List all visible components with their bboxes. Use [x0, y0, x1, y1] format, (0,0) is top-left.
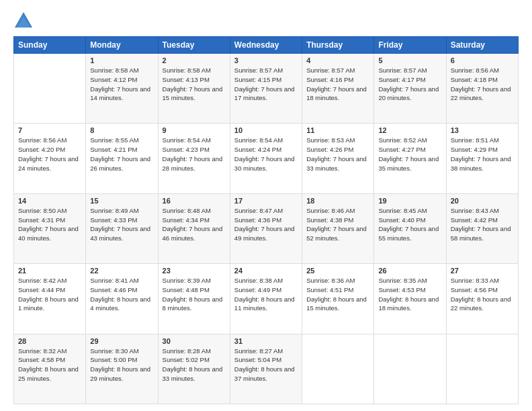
day-number: 28: [18, 337, 81, 345]
sunset: Sunset: 4:16 PM: [306, 76, 353, 83]
cell-info: Sunrise: 8:42 AM Sunset: 4:44 PM Dayligh…: [18, 276, 81, 313]
calendar-cell: 6 Sunrise: 8:56 AM Sunset: 4:18 PM Dayli…: [446, 54, 518, 124]
sunset: Sunset: 4:24 PM: [234, 146, 281, 153]
header-day-thursday: Thursday: [302, 37, 374, 54]
page: SundayMondayTuesdayWednesdayThursdayFrid…: [0, 0, 532, 411]
calendar-cell: 26 Sunrise: 8:35 AM Sunset: 4:53 PM Dayl…: [374, 264, 446, 334]
daylight: Daylight: 7 hours and 18 minutes.: [306, 85, 367, 102]
sunset: Sunset: 4:12 PM: [90, 76, 137, 83]
sunrise: Sunrise: 8:48 AM: [163, 207, 211, 214]
cell-info: Sunrise: 8:56 AM Sunset: 4:18 PM Dayligh…: [451, 66, 514, 103]
sunrise: Sunrise: 8:27 AM: [234, 347, 283, 355]
sunrise: Sunrise: 8:42 AM: [18, 277, 66, 284]
daylight: Daylight: 8 hours and 1 minute.: [18, 295, 79, 312]
cell-info: Sunrise: 8:38 AM Sunset: 4:49 PM Dayligh…: [234, 276, 298, 313]
day-number: 11: [306, 126, 369, 134]
daylight: Daylight: 8 hours and 4 minutes.: [90, 295, 150, 312]
sunset: Sunset: 4:18 PM: [451, 76, 498, 83]
daylight: Daylight: 7 hours and 58 minutes.: [451, 225, 511, 242]
calendar-cell: [302, 334, 374, 404]
day-number: 22: [90, 267, 153, 275]
cell-info: Sunrise: 8:33 AM Sunset: 4:56 PM Dayligh…: [451, 276, 514, 313]
day-number: 19: [378, 197, 441, 205]
daylight: Daylight: 7 hours and 40 minutes.: [18, 225, 79, 242]
calendar-cell: 28 Sunrise: 8:32 AM Sunset: 4:58 PM Dayl…: [14, 334, 86, 404]
sunset: Sunset: 4:29 PM: [451, 146, 498, 153]
week-row-5: 28 Sunrise: 8:32 AM Sunset: 4:58 PM Dayl…: [14, 334, 519, 404]
day-number: 9: [163, 126, 226, 134]
sunset: Sunset: 4:27 PM: [378, 146, 425, 153]
cell-info: Sunrise: 8:58 AM Sunset: 4:13 PM Dayligh…: [163, 66, 226, 103]
calendar: SundayMondayTuesdayWednesdayThursdayFrid…: [13, 36, 519, 404]
daylight: Daylight: 7 hours and 24 minutes.: [18, 155, 79, 172]
sunrise: Sunrise: 8:57 AM: [234, 66, 283, 74]
header-day-monday: Monday: [86, 37, 158, 54]
header-day-wednesday: Wednesday: [230, 37, 302, 54]
cell-info: Sunrise: 8:46 AM Sunset: 4:38 PM Dayligh…: [306, 206, 369, 243]
sunrise: Sunrise: 8:30 AM: [90, 347, 138, 355]
sunset: Sunset: 4:17 PM: [378, 76, 425, 83]
cell-info: Sunrise: 8:57 AM Sunset: 4:16 PM Dayligh…: [306, 66, 369, 103]
cell-info: Sunrise: 8:41 AM Sunset: 4:46 PM Dayligh…: [90, 276, 153, 313]
sunrise: Sunrise: 8:35 AM: [378, 277, 427, 284]
sunset: Sunset: 4:53 PM: [378, 286, 425, 293]
cell-info: Sunrise: 8:49 AM Sunset: 4:33 PM Dayligh…: [90, 206, 153, 243]
calendar-cell: 11 Sunrise: 8:53 AM Sunset: 4:26 PM Dayl…: [302, 124, 374, 193]
day-number: 15: [90, 197, 153, 205]
calendar-cell: [446, 334, 518, 404]
daylight: Daylight: 8 hours and 11 minutes.: [234, 295, 295, 312]
sunset: Sunset: 4:38 PM: [306, 216, 353, 224]
day-number: 12: [378, 126, 441, 134]
day-number: 18: [306, 197, 369, 205]
calendar-cell: 5 Sunrise: 8:57 AM Sunset: 4:17 PM Dayli…: [374, 54, 446, 124]
daylight: Daylight: 7 hours and 14 minutes.: [90, 85, 150, 102]
header: [13, 11, 519, 31]
calendar-cell: 9 Sunrise: 8:54 AM Sunset: 4:23 PM Dayli…: [158, 124, 230, 193]
calendar-cell: [374, 334, 446, 404]
sunrise: Sunrise: 8:57 AM: [378, 66, 427, 74]
cell-info: Sunrise: 8:28 AM Sunset: 5:02 PM Dayligh…: [163, 347, 226, 383]
sunrise: Sunrise: 8:38 AM: [234, 277, 283, 284]
header-day-tuesday: Tuesday: [158, 37, 230, 54]
day-number: 1: [90, 56, 153, 64]
sunset: Sunset: 5:04 PM: [234, 356, 281, 363]
calendar-cell: 4 Sunrise: 8:57 AM Sunset: 4:16 PM Dayli…: [302, 54, 374, 124]
daylight: Daylight: 7 hours and 43 minutes.: [90, 225, 150, 242]
day-number: 5: [378, 56, 441, 64]
daylight: Daylight: 7 hours and 49 minutes.: [234, 225, 295, 242]
header-day-saturday: Saturday: [446, 37, 518, 54]
day-number: 6: [451, 56, 514, 64]
cell-info: Sunrise: 8:57 AM Sunset: 4:15 PM Dayligh…: [234, 66, 298, 103]
sunset: Sunset: 4:34 PM: [163, 216, 210, 224]
sunset: Sunset: 5:00 PM: [90, 356, 137, 363]
cell-info: Sunrise: 8:58 AM Sunset: 4:12 PM Dayligh…: [90, 66, 153, 103]
calendar-cell: 31 Sunrise: 8:27 AM Sunset: 5:04 PM Dayl…: [230, 334, 302, 404]
calendar-cell: 20 Sunrise: 8:43 AM Sunset: 4:42 PM Dayl…: [446, 193, 518, 263]
calendar-cell: 24 Sunrise: 8:38 AM Sunset: 4:49 PM Dayl…: [230, 264, 302, 334]
sunset: Sunset: 4:42 PM: [451, 216, 498, 224]
sunrise: Sunrise: 8:55 AM: [90, 136, 138, 144]
sunrise: Sunrise: 8:56 AM: [18, 136, 66, 144]
daylight: Daylight: 7 hours and 15 minutes.: [163, 85, 223, 102]
calendar-cell: 29 Sunrise: 8:30 AM Sunset: 5:00 PM Dayl…: [86, 334, 158, 404]
day-number: 16: [163, 197, 226, 205]
cell-info: Sunrise: 8:39 AM Sunset: 4:48 PM Dayligh…: [163, 276, 226, 313]
sunset: Sunset: 4:26 PM: [306, 146, 353, 153]
cell-info: Sunrise: 8:43 AM Sunset: 4:42 PM Dayligh…: [451, 206, 514, 243]
sunset: Sunset: 4:51 PM: [306, 286, 353, 293]
cell-info: Sunrise: 8:47 AM Sunset: 4:36 PM Dayligh…: [234, 206, 298, 243]
sunrise: Sunrise: 8:39 AM: [163, 277, 211, 284]
daylight: Daylight: 7 hours and 35 minutes.: [378, 155, 439, 172]
sunset: Sunset: 4:48 PM: [163, 286, 210, 293]
sunrise: Sunrise: 8:52 AM: [378, 136, 427, 144]
daylight: Daylight: 7 hours and 30 minutes.: [234, 155, 295, 172]
sunrise: Sunrise: 8:58 AM: [163, 66, 211, 74]
cell-info: Sunrise: 8:55 AM Sunset: 4:21 PM Dayligh…: [90, 136, 153, 173]
sunset: Sunset: 4:40 PM: [378, 216, 425, 224]
day-number: 30: [163, 337, 226, 345]
daylight: Daylight: 8 hours and 25 minutes.: [18, 365, 79, 382]
cell-info: Sunrise: 8:48 AM Sunset: 4:34 PM Dayligh…: [163, 206, 226, 243]
sunset: Sunset: 4:23 PM: [163, 146, 210, 153]
sunrise: Sunrise: 8:33 AM: [451, 277, 499, 284]
sunrise: Sunrise: 8:57 AM: [306, 66, 355, 74]
